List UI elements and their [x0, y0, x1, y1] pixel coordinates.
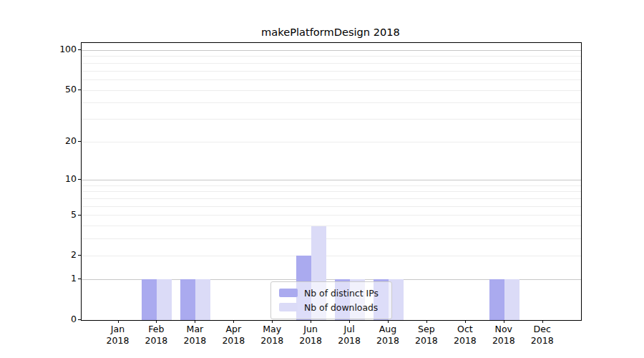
legend-item-downloads: Nb of downloads: [279, 300, 384, 314]
x-tick-mark: [349, 320, 350, 323]
x-tick-mark: [311, 320, 311, 323]
gridline-40: [82, 102, 581, 103]
gridline-20: [82, 142, 581, 142]
x-tick-mark: [426, 320, 427, 323]
bar-feb-downloads: [157, 279, 172, 320]
x-tick-mark: [272, 320, 273, 323]
x-tick-label-jul: Jul2018: [328, 324, 371, 346]
y-tick-mark: [78, 141, 81, 142]
gridline-60: [82, 79, 581, 80]
gridline-90: [82, 56, 581, 57]
x-tick-label-aug: Aug2018: [366, 324, 409, 346]
legend-item-distinct-ips: Nb of distinct IPs: [279, 286, 384, 300]
y-tick-label-0: 0: [41, 314, 77, 325]
gridline-70: [82, 71, 581, 72]
plot-area: Nb of distinct IPs Nb of downloads: [81, 42, 582, 321]
y-tick-label-50: 50: [41, 84, 77, 95]
gridline-5: [82, 215, 581, 216]
gridline-30: [82, 119, 581, 120]
x-tick-label-feb: Feb2018: [135, 324, 177, 346]
bar-nov-downloads: [504, 279, 519, 320]
legend-swatch-downloads-icon: [279, 303, 298, 311]
bar-mar-downloads: [195, 279, 210, 320]
x-tick-mark: [465, 320, 466, 323]
x-tick-label-apr: Apr2018: [212, 324, 255, 346]
gridline-100: [82, 50, 581, 51]
x-tick-mark: [542, 320, 543, 323]
gridline-80: [82, 63, 581, 64]
y-tick-mark: [78, 179, 81, 180]
gridline-3: [82, 238, 581, 239]
gridline-10: [82, 180, 581, 180]
figure: makePlatformDesign 2018 Nb of distinct I…: [0, 0, 644, 358]
gridline-6: [82, 206, 581, 207]
y-tick-label-2: 2: [41, 249, 77, 261]
bar-mar-distinct-ips: [180, 279, 195, 320]
legend-swatch-distinct-ips-icon: [279, 289, 298, 297]
legend-label-downloads: Nb of downloads: [304, 302, 378, 313]
x-tick-label-jun: Jun2018: [289, 324, 332, 346]
x-tick-mark: [195, 320, 195, 323]
gridline-7: [82, 198, 581, 199]
gridline-2: [82, 256, 581, 256]
y-tick-label-1: 1: [41, 273, 77, 284]
y-tick-mark: [78, 215, 81, 216]
x-tick-label-may: May2018: [250, 324, 293, 346]
x-tick-label-sep: Sep2018: [405, 324, 448, 346]
gridline-4: [82, 226, 581, 226]
x-tick-label-mar: Mar2018: [173, 324, 216, 346]
x-tick-mark: [156, 320, 157, 323]
bar-nov-distinct-ips: [489, 279, 504, 320]
x-tick-label-oct: Oct2018: [444, 324, 487, 346]
y-tick-mark: [78, 49, 81, 50]
y-tick-mark: [78, 279, 81, 279]
gridline-8: [82, 191, 581, 192]
legend-label-distinct-ips: Nb of distinct IPs: [304, 288, 379, 299]
y-tick-mark: [78, 90, 81, 90]
bar-feb-distinct-ips: [142, 279, 157, 320]
x-tick-mark: [504, 320, 504, 323]
legend: Nb of distinct IPs Nb of downloads: [270, 281, 392, 319]
chart-title: makePlatformDesign 2018: [81, 26, 580, 40]
x-tick-mark: [233, 320, 234, 323]
y-tick-label-5: 5: [41, 209, 77, 221]
y-tick-mark: [78, 255, 81, 256]
x-tick-mark: [118, 320, 119, 323]
x-tick-label-dec: Dec2018: [521, 324, 564, 346]
x-tick-label-jan: Jan2018: [97, 324, 140, 346]
gridline-9: [82, 185, 581, 186]
y-tick-label-10: 10: [41, 173, 77, 185]
x-tick-mark: [388, 320, 389, 323]
y-tick-label-100: 100: [41, 44, 77, 55]
y-tick-label-20: 20: [41, 135, 77, 147]
gridline-50: [82, 90, 581, 91]
x-tick-label-nov: Nov2018: [482, 324, 525, 346]
y-tick-mark: [78, 319, 81, 320]
